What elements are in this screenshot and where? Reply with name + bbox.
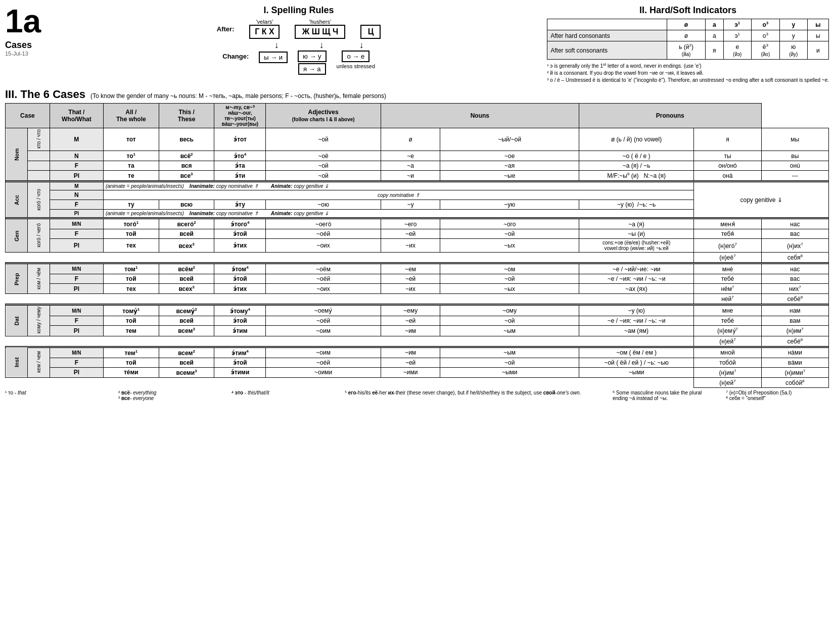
gen-MN-pro1: меня́ bbox=[694, 219, 761, 229]
gen-Pl-all: всех3 bbox=[159, 239, 214, 253]
change-yu-ya-group: ю → у я → а bbox=[298, 51, 326, 75]
hs-col-o3: о3 bbox=[751, 19, 779, 30]
inst-MN-that: тем1 bbox=[103, 348, 159, 358]
section2-title: II. Hard/Soft Indicators bbox=[547, 5, 829, 16]
inst-F-noun: ~ой ( ёй / ей ) / ~ь: ~ью bbox=[579, 358, 693, 367]
prep-MN-label: M/N bbox=[50, 264, 103, 274]
inst-MN-all: всем2 bbox=[159, 348, 214, 358]
hs-notes: ¹ э is generally only the 1st letter of … bbox=[547, 62, 829, 84]
prep-Pl-row: Pl тех всех3 э́тих ~оих ~их ~ых ~ах (ях)… bbox=[6, 284, 829, 294]
nom-Pl-adj: ~ые bbox=[440, 171, 579, 181]
inst-Pl-ending2: ~ими bbox=[381, 367, 440, 377]
soft-ya: я bbox=[705, 41, 723, 60]
inst-F-ending2: ~ей bbox=[381, 358, 440, 367]
nom-Pl-pro1: онá bbox=[694, 171, 761, 181]
dat-MN-adj: ~ому bbox=[440, 306, 579, 316]
nom-F-all: вся bbox=[159, 161, 214, 171]
prep-extra-row: ней7 себé8 bbox=[6, 294, 829, 304]
spelling-rules-section: I. Spelling Rules After: 'velars' Г К Х … bbox=[61, 5, 537, 75]
dat-MN-pro2: нам bbox=[761, 306, 828, 316]
nom-M-pro1: я bbox=[694, 128, 761, 151]
gen-MN-all: всегó2 bbox=[159, 219, 214, 229]
acc-M-note: (animate = people/animals/insects) Inani… bbox=[103, 182, 693, 190]
ts-group: Ц bbox=[360, 19, 381, 39]
acc-F-ending2: ~у bbox=[381, 200, 440, 210]
dat-Pl-ending2: ~им bbox=[381, 326, 440, 336]
dat-F-that: той bbox=[103, 316, 159, 325]
nom-Pl-row: Pl те все3 э́ти ~ой ~и ~ые M/F:~ы6 (и) N… bbox=[6, 171, 829, 181]
prep-case-label: Prep bbox=[6, 264, 28, 294]
header-this: This /These bbox=[159, 104, 214, 128]
footnote-5: ⁵ его-his/its её-her их-their (these nev… bbox=[345, 390, 603, 401]
nom-Pl-ending2: ~и bbox=[381, 171, 440, 181]
inst-F-all: всей bbox=[159, 358, 214, 367]
gen-MN-label: M/N bbox=[50, 219, 103, 229]
nom-N-that: то1 bbox=[103, 151, 159, 161]
nom-N-spacer bbox=[27, 151, 50, 161]
nom-F-adj: ~ая bbox=[440, 161, 579, 171]
dat-Pl-pro1: (н)ему́7 bbox=[694, 326, 761, 336]
nom-F-ending1: ~ой bbox=[266, 161, 381, 171]
nom-M-ending1: ~ой bbox=[266, 128, 381, 151]
dat-extra-pro2: себé8 bbox=[761, 336, 828, 346]
dat-extra-row: (н)ей7 себé8 bbox=[6, 336, 829, 346]
dat-MN-label: M/N bbox=[50, 306, 103, 316]
prep-MN-all: всём2 bbox=[159, 264, 214, 274]
hs-col-e: э1 bbox=[723, 19, 751, 30]
nom-F-noun: ~а (я) / ~ь bbox=[579, 161, 693, 171]
nom-N-pro1: ты bbox=[694, 151, 761, 161]
prep-Pl-all: всех3 bbox=[159, 284, 214, 294]
acc-N-label: N bbox=[50, 190, 103, 200]
gen-MN-ending2: ~его bbox=[381, 219, 440, 229]
hard-soft-section: II. Hard/Soft Indicators ø а э1 о3 у ы A… bbox=[547, 5, 829, 84]
soft-e: е(йэ) bbox=[723, 41, 751, 60]
hard-consonants-label: After hard consonants bbox=[547, 30, 667, 41]
dat-case-label: Dat bbox=[6, 306, 28, 336]
inst-MN-row: Inst кем / чем M/N тем1 всем2 э́тим4 ~ои… bbox=[6, 348, 829, 358]
inst-extra-row: (н)ей7 собóй8 bbox=[6, 377, 829, 387]
soft-b: ь (й2)(йа) bbox=[667, 41, 706, 60]
gen-Pl-that: тех bbox=[103, 239, 159, 253]
change-o-box: о → е bbox=[342, 51, 369, 62]
gen-Pl-pro2: (н)их7 bbox=[761, 239, 828, 253]
unless-stressed: unless stressed bbox=[337, 63, 375, 69]
prep-F-that: той bbox=[103, 274, 159, 284]
acc-F-noun: ~у (ю) /~ь: ~ь bbox=[579, 200, 693, 210]
dat-F-ending2: ~ей bbox=[381, 316, 440, 325]
change-label: Change: bbox=[222, 53, 249, 60]
prep-Pl-label: Pl bbox=[50, 284, 103, 294]
prep-F-label: F bbox=[50, 274, 103, 284]
dat-MN-all: всему́2 bbox=[159, 306, 214, 316]
nom-M-ending2: ø bbox=[381, 128, 440, 151]
dat-Pl-label: Pl bbox=[50, 326, 103, 336]
nom-F-that: та bbox=[103, 161, 159, 171]
hs-col-a: а bbox=[705, 19, 723, 30]
prep-MN-ending2: ~ем bbox=[381, 264, 440, 274]
acc-pronouns: copy genitive ⇓ bbox=[694, 182, 829, 218]
acc-F-adj: ~ую bbox=[440, 200, 579, 210]
gen-F-ending2: ~ей bbox=[381, 229, 440, 239]
inst-Pl-adj: ~ыми bbox=[440, 367, 579, 377]
acc-Pl-label: Pl bbox=[50, 210, 103, 218]
nom-N-adj: ~ое bbox=[440, 151, 579, 161]
soft-i: и bbox=[807, 41, 828, 60]
nom-M-that: тот bbox=[103, 128, 159, 151]
change-yi-box: ы → и bbox=[259, 52, 288, 63]
inst-Pl-all: всеми3 bbox=[159, 367, 214, 377]
nom-F-pro2: онú bbox=[761, 161, 828, 171]
nom-F-row: F та вся э́та ~ой ~а ~ая ~а (я) / ~ь он/… bbox=[6, 161, 829, 171]
inst-MN-adj: ~ым bbox=[440, 348, 579, 358]
nom-case-label: Nom bbox=[6, 128, 28, 181]
dat-Pl-pro2: (н)им7 bbox=[761, 326, 828, 336]
acc-M-label: M bbox=[50, 182, 103, 190]
soft-yo: ё3(йо) bbox=[751, 41, 779, 60]
nom-M-pro2: мы bbox=[761, 128, 828, 151]
inst-Pl-this: э́тими bbox=[214, 367, 266, 377]
hard-y: ы bbox=[807, 30, 828, 41]
dat-F-noun: ~е / ~ия: ~ии / ~ь: ~и bbox=[579, 316, 693, 325]
dat-extra-pro1: (н)ей7 bbox=[694, 336, 761, 346]
change-yu-box: ю → у bbox=[298, 51, 326, 62]
hard-e1: э1 bbox=[723, 30, 751, 41]
acc-case-label: Acc bbox=[6, 182, 28, 218]
header-case: Case bbox=[6, 104, 50, 128]
